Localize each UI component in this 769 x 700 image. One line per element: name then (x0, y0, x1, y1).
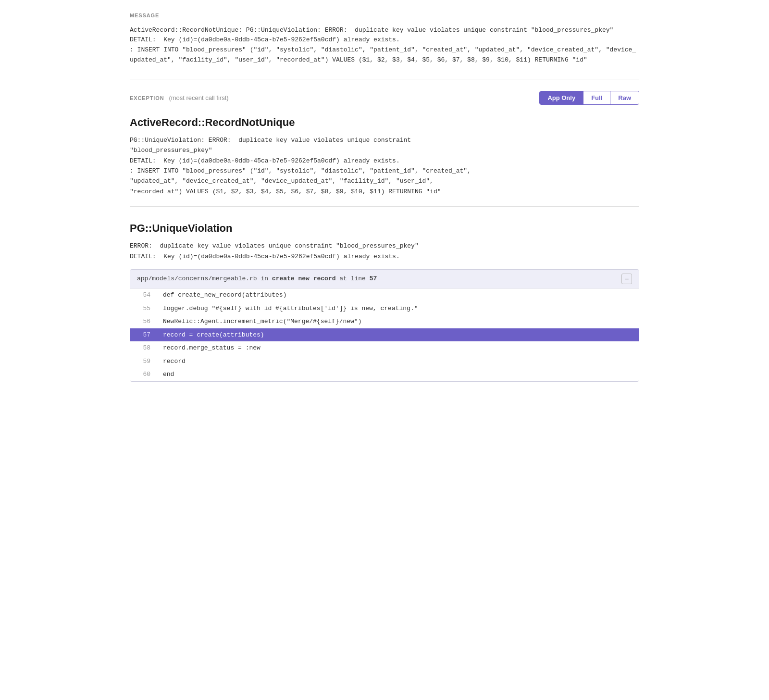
line-number: 58 (130, 341, 155, 355)
line-content: record.merge_status = :new (155, 341, 639, 355)
code-frame-at-label: at line (339, 275, 369, 282)
code-line: 58 record.merge_status = :new (130, 341, 639, 355)
exception-message-2: ERROR: duplicate key value violates uniq… (130, 241, 639, 262)
code-line: 56 NewRelic::Agent.increment_metric("Mer… (130, 315, 639, 328)
full-button[interactable]: Full (583, 91, 610, 104)
code-frame-header: app/models/concerns/mergeable.rb in crea… (130, 270, 639, 288)
message-content: ActiveRecord::RecordNotUnique: PG::Uniqu… (130, 25, 639, 65)
exception-message-1: PG::UniqueViolation: ERROR: duplicate ke… (130, 135, 639, 197)
code-line: 55 logger.debug "#{self} with id #{attri… (130, 302, 639, 315)
message-section: MESSAGE ActiveRecord::RecordNotUnique: P… (130, 12, 639, 65)
code-line: 60 end (130, 368, 639, 381)
section-divider (130, 79, 639, 79)
line-number: 54 (130, 288, 155, 302)
code-line: 54 def create_new_record(attributes) (130, 288, 639, 302)
code-frame-in-label: in (260, 275, 272, 282)
line-content: record = create(attributes) (155, 328, 639, 342)
line-number: 57 (130, 328, 155, 342)
code-frame-title: app/models/concerns/mergeable.rb in crea… (137, 274, 377, 284)
app-only-button[interactable]: App Only (540, 91, 583, 104)
code-lines: 54 def create_new_record(attributes)55 l… (130, 288, 639, 381)
exception-section: EXCEPTION (most recent call first) App O… (130, 91, 639, 391)
raw-button[interactable]: Raw (610, 91, 639, 104)
line-number: 59 (130, 355, 155, 368)
exception-name-1: ActiveRecord::RecordNotUnique (130, 114, 639, 130)
line-content: NewRelic::Agent.increment_metric("Merge/… (155, 315, 639, 328)
line-content: record (155, 355, 639, 368)
line-number: 60 (130, 368, 155, 381)
code-line: 57 record = create(attributes) (130, 328, 639, 342)
exception-name-2: PG::UniqueViolation (130, 220, 639, 236)
view-toggle-group: App Only Full Raw (539, 91, 639, 105)
exception-entry-2: PG::UniqueViolation ERROR: duplicate key… (130, 220, 639, 391)
code-line: 59 record (130, 355, 639, 368)
collapse-button[interactable]: − (621, 274, 632, 284)
collapse-icon: − (625, 275, 629, 283)
code-filename: app/models/concerns/mergeable.rb (137, 275, 257, 282)
exception-label: EXCEPTION (130, 95, 164, 101)
line-number: 56 (130, 315, 155, 328)
line-number: 55 (130, 302, 155, 315)
line-content: logger.debug "#{self} with id #{attribut… (155, 302, 639, 315)
exception-entry-1: ActiveRecord::RecordNotUnique PG::Unique… (130, 114, 639, 207)
line-content: end (155, 368, 639, 381)
code-frame: app/models/concerns/mergeable.rb in crea… (130, 269, 639, 382)
code-line-number: 57 (370, 275, 377, 282)
line-content: def create_new_record(attributes) (155, 288, 639, 302)
exception-header-left: EXCEPTION (most recent call first) (130, 93, 229, 103)
exception-header: EXCEPTION (most recent call first) App O… (130, 91, 639, 105)
code-method: create_new_record (272, 275, 336, 282)
exception-subtitle: (most recent call first) (169, 94, 228, 101)
message-label: MESSAGE (130, 12, 639, 20)
